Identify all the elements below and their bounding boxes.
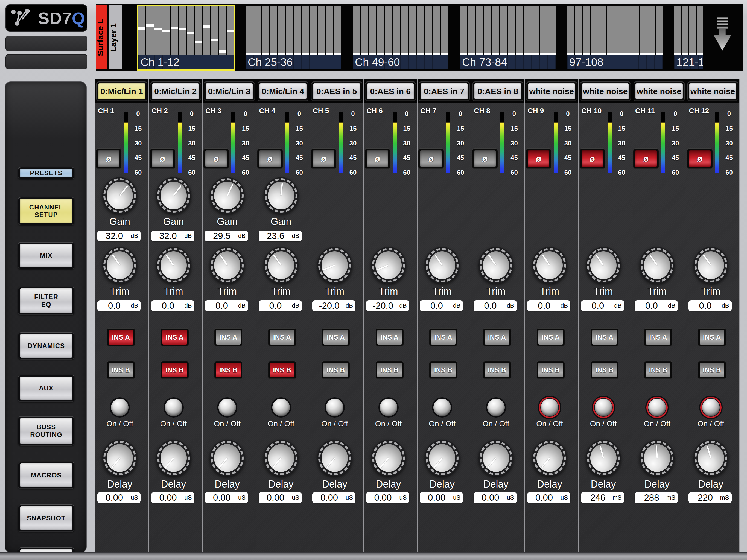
insert-a-button[interactable]: INS A — [429, 328, 457, 346]
phase-button[interactable]: ø — [579, 149, 605, 169]
insert-b-button[interactable]: INS B — [644, 361, 672, 379]
sidebar-button-mix[interactable]: MIX — [18, 242, 74, 269]
trim-knob[interactable] — [424, 247, 460, 284]
phase-button[interactable]: ø — [687, 149, 713, 169]
input-select-button[interactable]: white noise — [634, 81, 685, 101]
insert-b-button[interactable]: INS B — [483, 361, 511, 379]
input-select-button[interactable]: 0:Mic/Lin 4 — [258, 81, 309, 101]
sidebar-button-snapshot[interactable]: SNAPSHOT — [18, 505, 74, 532]
delay-readout[interactable]: 0.00 uS — [473, 492, 517, 503]
on-off-button[interactable] — [218, 399, 236, 416]
delay-knob[interactable] — [586, 440, 621, 476]
trim-readout[interactable]: 0.0 dB — [420, 300, 463, 311]
delay-knob[interactable] — [640, 440, 674, 476]
insert-a-button[interactable]: INS A — [483, 328, 511, 346]
trim-readout[interactable]: 0.0 dB — [259, 300, 302, 311]
input-select-button[interactable]: 0:AES in 5 — [311, 81, 362, 101]
trim-readout[interactable]: 0.0 dB — [97, 300, 140, 311]
insert-a-button[interactable]: INS A — [698, 328, 726, 346]
insert-b-button[interactable]: INS B — [429, 361, 457, 379]
input-select-button[interactable]: 0:Mic/Lin 2 — [150, 81, 201, 101]
trim-knob[interactable] — [532, 247, 567, 284]
input-select-button[interactable]: 0:AES in 8 — [472, 81, 524, 101]
delay-readout[interactable]: 0.00 uS — [259, 492, 302, 503]
phase-button[interactable]: ø — [257, 149, 283, 169]
delay-knob[interactable] — [156, 440, 191, 476]
trim-knob[interactable] — [693, 247, 728, 284]
gain-knob[interactable] — [210, 177, 245, 214]
trim-readout[interactable]: 0.0 dB — [473, 300, 517, 311]
insert-b-button[interactable]: INS B — [268, 361, 296, 379]
delay-knob[interactable] — [371, 440, 406, 476]
bank-tile[interactable]: 97-108 — [567, 6, 663, 70]
surface-tab[interactable]: Surface L — [96, 5, 107, 70]
bank-tile[interactable]: Ch 1-12 — [138, 6, 234, 70]
on-off-button[interactable] — [595, 399, 612, 416]
trim-readout[interactable]: -20.0 dB — [312, 300, 356, 311]
delay-readout[interactable]: 288 mS — [635, 492, 678, 503]
trim-knob[interactable] — [210, 247, 245, 284]
insert-b-button[interactable]: INS B — [107, 361, 135, 379]
gain-knob[interactable] — [102, 177, 137, 214]
insert-b-button[interactable]: INS B — [322, 361, 350, 379]
gain-readout[interactable]: 23.6 dB — [259, 230, 302, 241]
phase-button[interactable]: ø — [418, 149, 444, 169]
delay-knob[interactable] — [693, 440, 728, 476]
delay-knob[interactable] — [264, 440, 299, 476]
delay-readout[interactable]: 246 mS — [581, 492, 624, 503]
delay-knob[interactable] — [479, 440, 514, 476]
insert-a-button[interactable]: INS A — [537, 328, 565, 346]
insert-b-button[interactable]: INS B — [698, 361, 726, 379]
sidebar-button-buss-routing[interactable]: BUSS ROUTING — [18, 416, 74, 446]
on-off-button[interactable] — [433, 399, 451, 416]
on-off-button[interactable] — [165, 399, 182, 416]
bank-tile[interactable]: Ch 25-36 — [246, 6, 341, 70]
on-off-button[interactable] — [272, 399, 290, 416]
delay-readout[interactable]: 0.00 uS — [312, 492, 356, 503]
delay-knob[interactable] — [210, 440, 245, 476]
layer-tab[interactable]: Layer 1 — [109, 5, 123, 70]
delay-knob[interactable] — [317, 440, 352, 476]
delay-knob[interactable] — [102, 440, 137, 476]
insert-a-button[interactable]: INS A — [322, 328, 350, 346]
insert-a-button[interactable]: INS A — [591, 328, 618, 346]
trim-knob[interactable] — [317, 247, 352, 284]
phase-button[interactable]: ø — [203, 149, 229, 169]
trim-readout[interactable]: 0.0 dB — [151, 300, 195, 311]
trim-readout[interactable]: 0.0 dB — [635, 300, 678, 311]
phase-button[interactable]: ø — [526, 149, 551, 169]
phase-button[interactable]: ø — [472, 149, 498, 169]
trim-knob[interactable] — [586, 247, 621, 284]
delay-readout[interactable]: 0.00 uS — [420, 492, 463, 503]
sidebar-button-presets[interactable]: PRESETS — [18, 167, 74, 179]
insert-a-button[interactable]: INS A — [376, 328, 404, 346]
delay-readout[interactable]: 0.00 uS — [366, 492, 409, 503]
insert-b-button[interactable]: INS B — [161, 361, 189, 379]
sidebar-button-filter-eq[interactable]: FILTER EQ — [18, 286, 74, 315]
gain-readout[interactable]: 32.0 dB — [97, 230, 140, 241]
delay-knob[interactable] — [424, 440, 460, 476]
delay-readout[interactable]: 0.00 uS — [97, 492, 140, 503]
bank-tile[interactable]: 121-1 — [674, 6, 703, 70]
insert-a-button[interactable]: INS A — [107, 328, 135, 346]
input-select-button[interactable]: white noise — [580, 81, 631, 101]
trim-readout[interactable]: -20.0 dB — [366, 300, 409, 311]
insert-a-button[interactable]: INS A — [161, 328, 189, 346]
delay-knob[interactable] — [532, 440, 567, 476]
phase-button[interactable]: ø — [365, 149, 390, 169]
bank-tile[interactable]: Ch 73-84 — [460, 6, 556, 70]
trim-readout[interactable]: 0.0 dB — [205, 300, 248, 311]
on-off-button[interactable] — [380, 399, 397, 416]
trim-knob[interactable] — [264, 247, 299, 284]
trim-knob[interactable] — [371, 247, 406, 284]
on-off-button[interactable] — [326, 399, 343, 416]
sidebar-button-aux[interactable]: AUX — [18, 375, 74, 402]
sidebar-button-dynamics[interactable]: DYNAMICS — [18, 332, 74, 360]
trim-readout[interactable]: 0.0 dB — [689, 300, 732, 311]
on-off-button[interactable] — [111, 399, 129, 416]
insert-b-button[interactable]: INS B — [591, 361, 618, 379]
trim-knob[interactable] — [479, 247, 514, 284]
sidebar-button-macros[interactable]: MACROS — [18, 462, 74, 489]
scroll-down-arrow-icon[interactable] — [711, 17, 735, 52]
input-select-button[interactable]: white noise — [526, 81, 577, 101]
